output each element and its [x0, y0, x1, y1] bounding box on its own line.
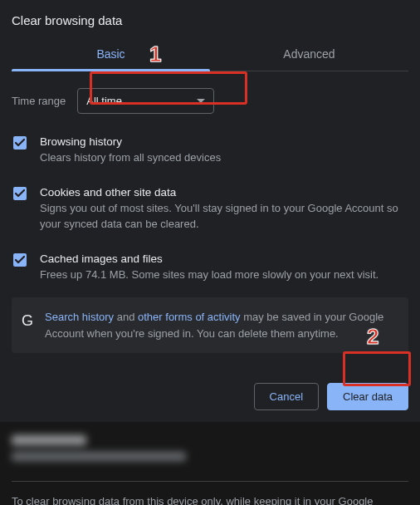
- info-box: G Search history and other forms of acti…: [12, 297, 408, 353]
- divider: [12, 481, 408, 482]
- tabs: Basic Advanced: [12, 39, 408, 71]
- clear-data-button[interactable]: Clear data: [327, 383, 408, 410]
- option-desc: Signs you out of most sites. You'll stay…: [40, 201, 407, 233]
- option-cache: Cached images and files Frees up 74.1 MB…: [12, 243, 408, 293]
- time-range-select[interactable]: All time: [77, 88, 214, 114]
- footer-note: To clear browsing data from this device …: [12, 493, 408, 505]
- option-cookies: Cookies and other site data Signs you ou…: [12, 176, 408, 243]
- tab-advanced[interactable]: Advanced: [210, 39, 408, 71]
- dialog-title: Clear browsing data: [12, 13, 408, 27]
- google-icon: G: [22, 310, 33, 332]
- checkbox-cookies[interactable]: [13, 187, 27, 200]
- option-title: Cookies and other site data: [40, 186, 407, 199]
- other-activity-link[interactable]: other forms of activity: [138, 311, 241, 323]
- option-title: Browsing history: [40, 135, 221, 148]
- checkbox-browsing-history[interactable]: [13, 136, 27, 150]
- option-browsing-history: Browsing history Clears history from all…: [12, 125, 408, 176]
- time-range-label: Time range: [12, 95, 66, 107]
- search-history-link[interactable]: Search history: [45, 311, 114, 323]
- option-title: Cached images and files: [40, 252, 378, 265]
- account-info-blurred: [12, 435, 408, 461]
- checkbox-cache[interactable]: [13, 253, 27, 267]
- info-text: Search history and other forms of activi…: [45, 309, 398, 341]
- time-range-value: All time: [86, 95, 122, 107]
- option-desc: Frees up 74.1 MB. Some sites may load mo…: [40, 267, 378, 283]
- cancel-button[interactable]: Cancel: [254, 383, 319, 410]
- option-desc: Clears history from all synced devices: [40, 150, 221, 166]
- tab-basic[interactable]: Basic: [12, 39, 210, 71]
- chevron-down-icon: [197, 99, 205, 103]
